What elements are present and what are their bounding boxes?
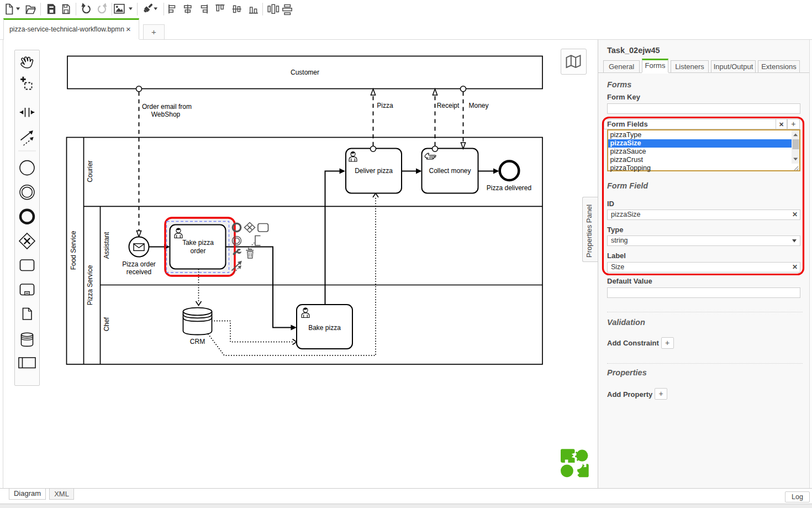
- svg-text:received: received: [126, 268, 151, 276]
- svg-text:Money: Money: [468, 102, 488, 109]
- svg-text:Bake pizza: Bake pizza: [308, 324, 341, 332]
- svg-text:Receipt: Receipt: [437, 102, 460, 109]
- svg-text:Assistant: Assistant: [103, 232, 110, 259]
- svg-text:Deliver pizza: Deliver pizza: [355, 167, 393, 175]
- svg-text:Pizza Service: Pizza Service: [86, 265, 94, 305]
- svg-text:Food Service: Food Service: [70, 231, 77, 270]
- svg-text:Pizza delivered: Pizza delivered: [487, 184, 531, 192]
- svg-text:CRM: CRM: [190, 338, 205, 345]
- svg-text:Take pizza: Take pizza: [182, 239, 214, 247]
- svg-text:Pizza: Pizza: [377, 102, 393, 109]
- svg-text:Chef: Chef: [103, 317, 110, 331]
- svg-text:Collect money: Collect money: [429, 167, 471, 175]
- svg-text:Courier: Courier: [86, 160, 94, 182]
- svg-text:Order email from: Order email from: [142, 103, 192, 111]
- svg-text:order: order: [190, 247, 205, 255]
- svg-text:Customer: Customer: [291, 69, 319, 76]
- svg-text:Pizza order: Pizza order: [122, 260, 156, 268]
- svg-text:WebShop: WebShop: [151, 111, 181, 118]
